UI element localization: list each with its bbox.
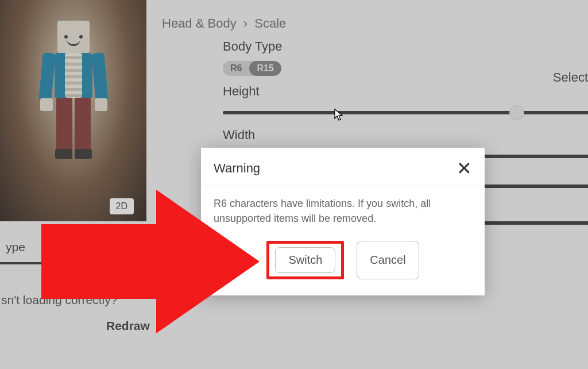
height-label: Height xyxy=(223,84,588,99)
width-label: Width xyxy=(223,128,588,143)
breadcrumb-root[interactable]: Head & Body xyxy=(162,16,237,30)
modal-title: Warning xyxy=(214,161,260,176)
switch-button[interactable]: Switch xyxy=(275,247,335,273)
annotation-arrow-icon xyxy=(30,190,260,333)
height-slider-thumb[interactable] xyxy=(509,105,524,120)
breadcrumb-separator: › xyxy=(243,16,247,30)
select-label[interactable]: Select xyxy=(553,70,588,85)
body-type-toggle[interactable]: R6 R15 xyxy=(223,61,281,76)
body-type-label: Body Type xyxy=(223,39,588,54)
cancel-button[interactable]: Cancel xyxy=(357,241,419,279)
breadcrumb: Head & Body › Scale xyxy=(149,0,588,31)
mouse-cursor-icon xyxy=(334,109,345,125)
body-type-option-r15[interactable]: R15 xyxy=(249,61,281,76)
breadcrumb-leaf: Scale xyxy=(254,16,286,30)
svg-marker-0 xyxy=(41,190,260,333)
avatar-figure xyxy=(33,21,114,182)
close-icon[interactable]: ✕ xyxy=(457,159,472,178)
annotation-highlight: Switch xyxy=(266,241,344,279)
body-type-option-r6[interactable]: R6 xyxy=(223,61,249,76)
height-slider[interactable] xyxy=(223,106,588,120)
avatar-preview-panel: 2D xyxy=(0,0,146,221)
